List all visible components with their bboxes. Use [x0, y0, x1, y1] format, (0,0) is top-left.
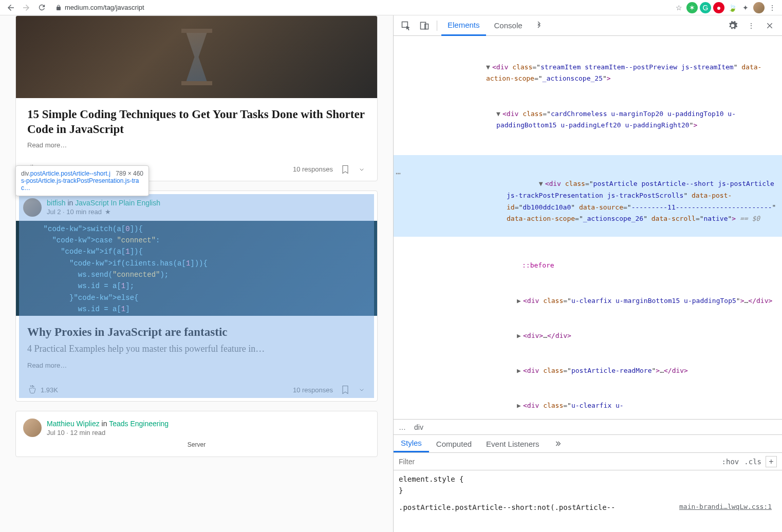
bookmark-icon[interactable] — [340, 164, 350, 175]
selected-dom-node[interactable]: ⋯ ▼<div class="postArticle postArticle--… — [394, 155, 782, 237]
read-more-link[interactable]: Read more… — [27, 141, 366, 149]
reload-button[interactable] — [35, 1, 48, 14]
settings-gear-icon[interactable] — [724, 17, 741, 34]
author-avatar[interactable] — [23, 198, 42, 217]
tab-console[interactable]: Console — [488, 15, 529, 36]
filter-input[interactable] — [399, 458, 717, 466]
article-image-code: "code-kw">switch(a[0]){ "code-kw">case "… — [16, 221, 377, 316]
inspect-element-button[interactable] — [398, 17, 414, 34]
device-toolbar-button[interactable] — [416, 17, 433, 34]
styles-tabbar: Styles Computed Event Listeners — [394, 434, 782, 453]
styles-filter-bar: :hov .cls + — [394, 453, 782, 470]
tab-event-listeners[interactable]: Event Listeners — [479, 435, 546, 452]
diagram-server-label: Server — [16, 441, 377, 457]
page-viewport[interactable]: 15 Simple Coding Techniques to Get Your … — [0, 15, 393, 532]
close-devtools-button[interactable] — [761, 17, 778, 34]
article-card[interactable]: Matthieu Wipliez in Teads Engineering Ju… — [15, 411, 378, 457]
publication-link[interactable]: JavaScript In Plain English — [75, 199, 160, 207]
url-text: medium.com/tag/javascript — [65, 4, 144, 11]
pinterest-icon[interactable]: ● — [713, 2, 724, 13]
css-source-link[interactable]: main-brandi…lwqLw.css:1 — [679, 502, 772, 512]
article-date: Jul 10 — [47, 429, 65, 436]
ellipsis-badge: ⋯ — [396, 166, 401, 181]
url-bar[interactable]: medium.com/tag/javascript — [50, 2, 671, 14]
cls-toggle[interactable]: .cls — [744, 458, 761, 466]
back-button[interactable] — [4, 1, 17, 14]
author-link[interactable]: Matthieu Wipliez — [47, 420, 100, 428]
read-more-link[interactable]: Read more… — [27, 362, 366, 369]
article-card-highlighted[interactable]: bitfish in JavaScript In Plain English J… — [15, 191, 378, 402]
breadcrumb-ellipsis[interactable]: … — [399, 423, 406, 431]
bookmark-icon[interactable] — [340, 385, 350, 395]
new-style-rule-button[interactable]: + — [766, 456, 777, 467]
breadcrumb-current[interactable]: div — [414, 423, 423, 431]
evernote-icon[interactable]: ✶ — [686, 2, 698, 13]
dom-breadcrumb[interactable]: … div — [394, 419, 782, 434]
author-link[interactable]: bitfish — [47, 199, 66, 207]
extension-icons: ☆ ✶ G ● 🍃 ✦ ⋮ — [673, 2, 778, 13]
members-star-icon: ★ — [105, 208, 111, 216]
article-subtitle: 4 Practical Examples help you master thi… — [27, 344, 366, 354]
lock-icon — [55, 5, 62, 11]
profile-avatar[interactable] — [753, 2, 765, 13]
more-tabs-button[interactable] — [531, 17, 547, 34]
read-time: 12 min read — [70, 429, 106, 436]
devtools-menu-icon[interactable]: ⋮ — [743, 17, 759, 34]
devtools-panel: Elements Console ⋮ ▼<div class="streamIt… — [393, 15, 782, 532]
tab-computed[interactable]: Computed — [429, 435, 479, 452]
clap-count: 1.93K — [41, 386, 58, 394]
extensions-icon[interactable]: ✦ — [740, 2, 751, 13]
responses-count[interactable]: 10 responses — [293, 386, 333, 394]
leaf-icon[interactable]: 🍃 — [727, 2, 738, 13]
publication-link[interactable]: Teads Engineering — [109, 420, 169, 428]
author-avatar[interactable] — [23, 419, 42, 437]
dom-tree[interactable]: ▼<div class="streamItem streamItem--post… — [394, 36, 782, 419]
styles-pane[interactable]: element.style { } main-brandi…lwqLw.css:… — [394, 470, 782, 532]
browser-menu-icon[interactable]: ⋮ — [767, 2, 778, 13]
clap-button[interactable]: 1.93K — [27, 385, 58, 395]
responses-count[interactable]: 10 responses — [293, 165, 333, 173]
element-dimension-tooltip: 789 × 460 div.postArticle.postArticle--s… — [15, 165, 149, 196]
article-card[interactable]: 15 Simple Coding Techniques to Get Your … — [15, 15, 378, 181]
browser-toolbar: medium.com/tag/javascript ☆ ✶ G ● 🍃 ✦ ⋮ — [0, 0, 782, 15]
article-image-hourglass — [16, 16, 377, 98]
clap-icon — [27, 385, 38, 395]
tab-elements[interactable]: Elements — [441, 15, 486, 36]
chevron-down-icon[interactable] — [358, 165, 366, 174]
more-styles-tabs-button[interactable] — [546, 435, 569, 452]
tab-styles[interactable]: Styles — [394, 435, 429, 452]
read-time: 10 min read — [66, 208, 102, 216]
css-rule-selector: .postArticle.postArticle--short:not(.pos… — [399, 503, 615, 511]
article-date: Jul 2 — [47, 208, 61, 216]
bookmark-star-icon[interactable]: ☆ — [673, 2, 684, 13]
forward-button[interactable] — [20, 1, 33, 14]
tooltip-dimensions: 789 × 460 — [116, 170, 143, 177]
article-title[interactable]: 15 Simple Coding Techniques to Get Your … — [27, 107, 366, 137]
devtools-toolbar: Elements Console ⋮ — [394, 15, 782, 36]
hov-toggle[interactable]: :hov — [722, 458, 739, 466]
article-title[interactable]: Why Proxies in JavaScript are fantastic — [27, 325, 366, 340]
chevron-down-icon[interactable] — [358, 386, 366, 394]
grammarly-icon[interactable]: G — [700, 2, 711, 13]
